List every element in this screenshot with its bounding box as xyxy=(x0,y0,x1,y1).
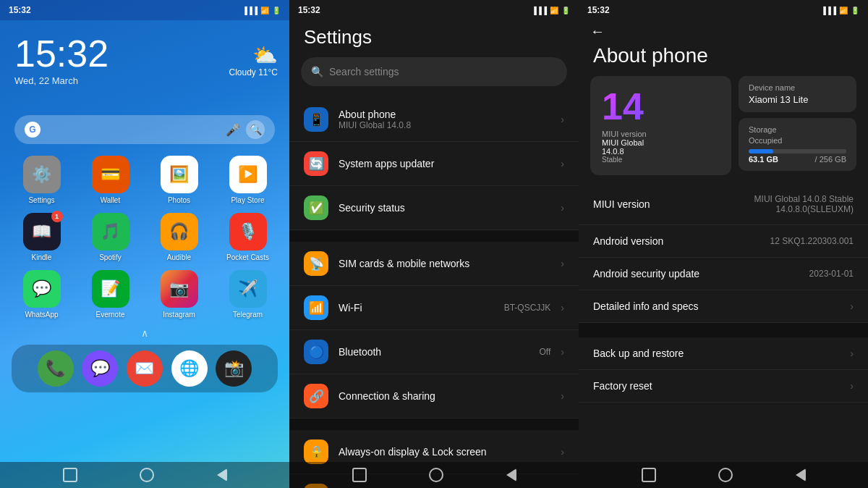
settings-item-sim[interactable]: 📡 SIM cards & mobile networks › xyxy=(289,242,579,286)
nav-back-btn-s[interactable] xyxy=(506,468,516,481)
settings-item-updater[interactable]: 🔄 System apps updater › xyxy=(289,142,579,186)
status-bar-about: 15:32 ▐▐▐ 📶 🔋 xyxy=(579,0,868,20)
about-phone-value: MIUI Global 14.0.8 xyxy=(339,120,550,130)
device-name-label: Device name xyxy=(749,83,846,92)
settings-item-wifi[interactable]: 📶 Wi-Fi BT-QSCJJK › xyxy=(289,286,579,330)
app-grid-row1: ⚙️ Settings 💳 Wallet 🖼️ Photos ▶️ Play S… xyxy=(0,156,289,204)
app-evernote[interactable]: 📝 Evernote xyxy=(80,270,140,319)
pocketcasts-app-icon[interactable]: 🎙️ xyxy=(229,213,267,251)
connection-chevron-icon: › xyxy=(561,390,564,402)
about-security-update-value: 2023-01-01 xyxy=(809,269,854,279)
dock-messages[interactable]: 💬 xyxy=(82,350,118,387)
mic-icon[interactable]: 🎤 xyxy=(226,123,240,137)
about-miui-value: MIUI Global 14.0.8 Stable14.0.8.0(SLLEUX… xyxy=(754,194,854,214)
dock-camera[interactable]: 📸 xyxy=(216,350,252,387)
app-whatsapp[interactable]: 💬 WhatsApp xyxy=(12,270,72,319)
wallet-app-icon[interactable]: 💳 xyxy=(92,156,129,193)
miui-version-card[interactable]: 14 MIUI version MIUI Global 14.0.8 Stabl… xyxy=(590,76,731,175)
lockscreen-label: Always-on display & Lock screen xyxy=(339,446,550,458)
connection-content: Connection & sharing xyxy=(339,390,550,402)
nav-back-btn-a[interactable] xyxy=(796,468,806,481)
device-name-card[interactable]: Device name Xiaomi 13 Lite xyxy=(739,76,856,112)
nav-back-btn[interactable] xyxy=(217,468,227,481)
storage-card[interactable]: Storage Occupied 63.1 GB / 256 GB xyxy=(739,118,856,171)
settings-item-connection[interactable]: 🔗 Connection & sharing › xyxy=(289,374,579,418)
signal-icon-a: ▐▐▐ xyxy=(821,7,836,14)
pocketcasts-app-label: Pocket Casts xyxy=(226,253,269,261)
spotify-app-label: Spotify xyxy=(99,253,122,261)
evernote-app-icon[interactable]: 📝 xyxy=(92,270,129,308)
about-phone-content: About phone MIUI Global 14.0.8 xyxy=(339,109,550,130)
dock-gmail[interactable]: ✉️ xyxy=(127,350,163,387)
battery-icon-home: 🔋 xyxy=(272,7,281,14)
photos-app-label: Photos xyxy=(168,196,190,204)
app-pocketcasts[interactable]: 🎙️ Pocket Casts xyxy=(218,213,278,261)
google-logo: G xyxy=(25,122,41,138)
kindle-app-icon[interactable]: 📖 1 xyxy=(23,213,61,251)
instagram-app-icon[interactable]: 📷 xyxy=(161,270,198,308)
about-item-detailed[interactable]: Detailed info and specs › xyxy=(579,290,868,323)
nav-home-btn[interactable] xyxy=(63,468,77,482)
google-search-bar[interactable]: G 🎤 🔍 xyxy=(14,115,275,144)
evernote-app-label: Evernote xyxy=(95,311,124,319)
app-photos[interactable]: 🖼️ Photos xyxy=(149,156,209,204)
photos-app-icon[interactable]: 🖼️ xyxy=(161,156,198,193)
playstore-app-icon[interactable]: ▶️ xyxy=(229,156,267,193)
about-item-miui: MIUI version MIUI Global 14.0.8 Stable14… xyxy=(579,184,868,225)
page-indicator: ∧ xyxy=(0,327,289,339)
dock-phone[interactable]: 📞 xyxy=(38,350,74,387)
divider-1 xyxy=(289,230,579,242)
app-instagram[interactable]: 📷 Instagram xyxy=(149,270,209,319)
whatsapp-app-icon[interactable]: 💬 xyxy=(23,270,61,308)
back-arrow-icon: ← xyxy=(590,23,605,39)
nav-recents-btn-s[interactable] xyxy=(429,468,443,482)
settings-item-security[interactable]: ✅ Security status › xyxy=(289,186,579,230)
kindle-badge: 1 xyxy=(51,211,63,222)
lens-icon[interactable]: 🔍 xyxy=(246,120,265,139)
miui-version-type: Stable xyxy=(602,156,720,164)
search-icon-settings: 🔍 xyxy=(311,66,323,77)
app-playstore[interactable]: ▶️ Play Store xyxy=(218,156,278,204)
audible-app-icon[interactable]: 🎧 xyxy=(161,213,198,251)
settings-search-bar[interactable]: 🔍 Search settings xyxy=(301,57,567,86)
connection-icon: 🔗 xyxy=(304,384,328,408)
app-kindle[interactable]: 📖 1 Kindle xyxy=(12,213,72,261)
divider-2 xyxy=(289,418,579,430)
settings-item-about[interactable]: 📱 About phone MIUI Global 14.0.8 › xyxy=(289,98,579,142)
sim-icon: 📡 xyxy=(304,251,328,276)
wifi-value: BT-QSCJJK xyxy=(504,303,551,313)
bluetooth-value: Off xyxy=(540,347,551,357)
app-telegram[interactable]: ✈️ Telegram xyxy=(218,270,278,319)
battery-icon-a: 🔋 xyxy=(851,7,859,14)
home-time: 15:32 xyxy=(9,5,31,15)
telegram-app-icon[interactable]: ✈️ xyxy=(229,270,267,308)
wifi-icon-home: 📶 xyxy=(260,7,269,14)
back-button[interactable]: ← xyxy=(579,20,868,40)
wifi-icon-s: 📶 xyxy=(550,7,558,14)
nav-recents-btn[interactable] xyxy=(140,468,154,482)
about-item-backup[interactable]: Back up and restore › xyxy=(579,337,868,370)
settings-app-icon[interactable]: ⚙️ xyxy=(23,156,61,193)
about-item-factory-reset[interactable]: Factory reset › xyxy=(579,370,868,403)
storage-bar-bg xyxy=(749,149,846,153)
app-spotify[interactable]: 🎵 Spotify xyxy=(80,213,140,261)
updater-label: System apps updater xyxy=(339,158,550,169)
app-wallet[interactable]: 💳 Wallet xyxy=(80,156,140,204)
settings-time: 15:32 xyxy=(298,5,320,15)
dock-chrome[interactable]: 🌐 xyxy=(171,350,208,387)
lockscreen-icon: 🔒 xyxy=(304,439,328,464)
status-icons-about: ▐▐▐ 📶 🔋 xyxy=(821,7,859,14)
app-settings[interactable]: ⚙️ Settings xyxy=(12,156,72,204)
about-time: 15:32 xyxy=(587,5,610,15)
about-item-security-update: Android security update 2023-01-01 xyxy=(579,258,868,290)
storage-bar-fill xyxy=(749,149,773,153)
dock: 📞 💬 ✉️ 🌐 📸 xyxy=(12,345,278,392)
spotify-app-icon[interactable]: 🎵 xyxy=(92,213,129,251)
nav-recents-btn-a[interactable] xyxy=(718,468,733,482)
device-info-cards: Device name Xiaomi 13 Lite Storage Occup… xyxy=(739,76,856,175)
nav-home-btn-a[interactable] xyxy=(642,468,656,482)
settings-item-bluetooth[interactable]: 🔵 Bluetooth Off › xyxy=(289,330,579,374)
app-audible[interactable]: 🎧 Audible xyxy=(149,213,209,261)
updater-chevron-icon: › xyxy=(561,158,564,169)
nav-home-btn-s[interactable] xyxy=(352,468,367,482)
